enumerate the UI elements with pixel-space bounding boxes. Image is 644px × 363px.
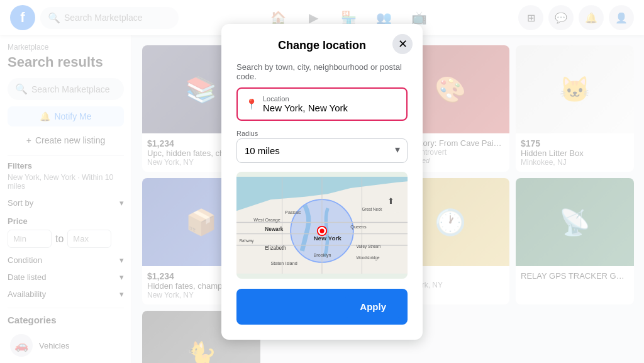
- svg-text:Elizabeth: Elizabeth: [265, 245, 286, 250]
- map-container: West Orange Passaic Newark New York Quee…: [236, 172, 408, 279]
- svg-text:Queens: Queens: [350, 223, 367, 229]
- svg-text:Brooklyn: Brooklyn: [313, 252, 331, 257]
- svg-text:⬆: ⬆: [387, 197, 394, 206]
- apply-button-wrap: Apply: [236, 289, 408, 325]
- modal-title: Change location: [236, 39, 408, 52]
- radius-select[interactable]: 10 miles: [236, 138, 408, 163]
- svg-text:Newark: Newark: [265, 226, 283, 232]
- svg-text:Passaic: Passaic: [285, 209, 301, 215]
- location-field-value: New York, New York: [263, 103, 399, 113]
- svg-text:West Orange: West Orange: [253, 216, 280, 222]
- svg-text:Rahway: Rahway: [240, 238, 255, 243]
- svg-text:Staten Island: Staten Island: [270, 260, 297, 266]
- svg-text:New York: New York: [313, 235, 341, 242]
- apply-button[interactable]: Apply: [345, 295, 401, 318]
- svg-text:Great Neck: Great Neck: [362, 207, 382, 211]
- modal-close-button[interactable]: ✕: [392, 34, 413, 54]
- radius-label: Radius: [236, 130, 408, 137]
- location-field-label: Location: [263, 95, 399, 103]
- location-input-wrap[interactable]: 📍 Location New York, New York: [236, 87, 408, 121]
- location-pin-icon: 📍: [245, 98, 258, 110]
- svg-point-23: [319, 228, 324, 233]
- radius-wrap: Radius 10 miles ▾: [236, 130, 408, 163]
- svg-text:Valley Stream: Valley Stream: [356, 244, 380, 249]
- change-location-modal: ✕ Change location Search by town, city, …: [221, 24, 423, 340]
- svg-text:Woodsbridge: Woodsbridge: [356, 255, 380, 260]
- modal-subtitle: Search by town, city, neighbourhood or p…: [236, 62, 408, 81]
